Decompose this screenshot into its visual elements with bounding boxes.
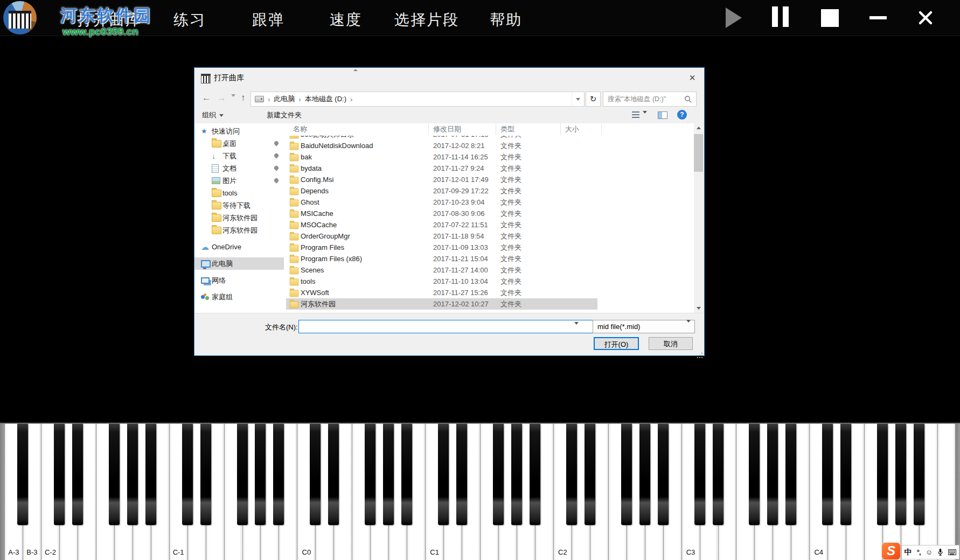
piano-black-key-38[interactable]: [713, 424, 724, 525]
column-header-修改日期[interactable]: 修改日期: [429, 123, 496, 135]
file-row[interactable]: Program Files2017-11-09 13:03文件夹: [286, 242, 597, 253]
piano-black-key-26[interactable]: [493, 424, 504, 525]
sidebar-item-tools[interactable]: tools: [194, 187, 284, 199]
file-row[interactable]: tools2017-11-10 13:04文件夹: [286, 276, 597, 287]
ime-language-toggle[interactable]: 中: [905, 548, 912, 557]
menu-item-6[interactable]: 帮助: [490, 10, 522, 30]
back-icon[interactable]: ←: [202, 92, 211, 104]
resize-grip[interactable]: [701, 353, 702, 354]
sidebar-item-快速访问[interactable]: 快速访问: [194, 125, 284, 137]
file-row[interactable]: Program Files (x86)2017-11-21 15:04文件夹: [286, 253, 597, 264]
filetype-select[interactable]: mid file(*.mid): [593, 320, 695, 333]
piano-black-key-2[interactable]: [54, 424, 65, 525]
address-dropdown-icon[interactable]: [572, 92, 584, 106]
column-header-大小[interactable]: 大小: [561, 123, 602, 135]
piano-black-key-35[interactable]: [658, 424, 669, 525]
piano-black-key-30[interactable]: [566, 424, 577, 525]
sidebar-item-家庭组[interactable]: 家庭组: [194, 291, 284, 303]
piano-black-key-37[interactable]: [694, 424, 705, 525]
filename-input[interactable]: [298, 320, 600, 333]
file-row[interactable]: bydata2017-11-27 9:24文件夹: [286, 163, 597, 174]
piano-black-key-24[interactable]: [456, 424, 467, 525]
forward-icon[interactable]: →: [217, 92, 226, 104]
dialog-close-icon[interactable]: ×: [685, 71, 700, 85]
dialog-title-bar[interactable]: 打开曲库 ×: [194, 68, 704, 88]
sidebar-item-河东软件园[interactable]: 河东软件园: [194, 212, 284, 224]
breadcrumb-segment-1[interactable]: 此电脑: [274, 94, 295, 104]
file-row[interactable]: BaiduNetdiskDownload2017-12-02 8:21文件夹: [286, 140, 597, 151]
breadcrumb-segment-2[interactable]: 本地磁盘 (D:): [305, 94, 346, 104]
organize-button[interactable]: 组织: [202, 110, 224, 120]
file-row[interactable]: MSICache2017-08-30 9:06文件夹: [286, 208, 597, 219]
file-row[interactable]: OrderGroupMgr2017-11-18 9:54文件夹: [286, 230, 597, 242]
piano-black-key-16[interactable]: [310, 424, 321, 525]
piano-black-key-9[interactable]: [182, 424, 193, 525]
scroll-down-icon[interactable]: [694, 304, 703, 313]
list-scrollbar[interactable]: [694, 123, 703, 313]
piano-black-key-20[interactable]: [383, 424, 394, 525]
search-icon[interactable]: [684, 95, 692, 103]
piano-black-key-17[interactable]: [328, 424, 339, 525]
open-button[interactable]: 打开(O): [594, 337, 639, 350]
scrollbar-thumb[interactable]: [694, 134, 703, 172]
menu-item-2[interactable]: 练习: [173, 10, 206, 30]
view-options-dropdown-icon[interactable]: [643, 114, 647, 122]
sidebar-item-图片[interactable]: 图片: [194, 174, 284, 187]
new-folder-button[interactable]: 新建文件夹: [267, 110, 302, 120]
piano-black-key-7[interactable]: [145, 424, 156, 525]
column-header-名称[interactable]: 名称: [286, 123, 429, 135]
piano-black-key-6[interactable]: [127, 424, 138, 525]
file-row[interactable]: 360驱动大师目录2017-07-31 17:15文件夹: [286, 136, 597, 140]
sidebar-item-OneDrive[interactable]: OneDrive: [194, 241, 284, 253]
preview-pane-icon[interactable]: [658, 111, 667, 119]
stop-button[interactable]: [817, 4, 843, 31]
menu-item-3[interactable]: 跟弹: [252, 10, 284, 30]
sidebar-item-桌面[interactable]: 桌面: [194, 137, 284, 150]
piano-black-key-13[interactable]: [255, 424, 266, 525]
refresh-icon[interactable]: ↻: [586, 92, 601, 107]
piano-black-key-41[interactable]: [767, 424, 778, 525]
ime-emoji-icon[interactable]: ☺: [926, 548, 933, 556]
piano-black-key-10[interactable]: [200, 424, 211, 525]
file-row[interactable]: bak2017-11-14 16:25文件夹: [286, 151, 597, 163]
piano-black-key-5[interactable]: [109, 424, 120, 525]
sidebar-item-河东软件园[interactable]: 河东软件园: [194, 224, 284, 236]
filename-dropdown-icon[interactable]: [574, 325, 579, 333]
ime-punctuation-toggle[interactable]: °,: [917, 548, 921, 556]
up-icon[interactable]: ↑: [241, 92, 246, 104]
column-header-类型[interactable]: 类型: [496, 123, 561, 135]
piano-black-key-27[interactable]: [511, 424, 522, 525]
piano-black-key-28[interactable]: [530, 424, 540, 525]
file-row[interactable]: MSOCache2017-07-22 11:51文件夹: [286, 219, 597, 230]
piano-black-key-40[interactable]: [749, 424, 760, 525]
piano-black-key-48[interactable]: [895, 424, 906, 525]
pause-button[interactable]: [767, 4, 793, 31]
piano-black-key-12[interactable]: [237, 424, 248, 525]
piano-white-key-51[interactable]: [937, 424, 956, 560]
menu-item-1[interactable]: 打开曲库: [77, 10, 142, 30]
piano-black-key-45[interactable]: [840, 424, 851, 525]
piano-black-key-47[interactable]: [877, 424, 888, 525]
list-view-icon[interactable]: [632, 111, 639, 118]
sogou-logo-icon[interactable]: S: [882, 543, 900, 559]
scroll-up-icon[interactable]: [694, 123, 703, 132]
ime-keyboard-icon[interactable]: [948, 549, 956, 555]
sidebar-item-等待下载[interactable]: 等待下载: [194, 199, 284, 212]
minimize-button[interactable]: [865, 4, 891, 31]
piano-black-key-14[interactable]: [273, 424, 284, 525]
piano-black-key-33[interactable]: [621, 424, 632, 525]
piano-black-key-49[interactable]: [914, 424, 924, 525]
sidebar-item-下载[interactable]: 下载: [194, 150, 284, 162]
address-bar[interactable]: ›此电脑›本地磁盘 (D:)›: [251, 92, 585, 107]
file-row[interactable]: Ghost2017-10-23 9:04文件夹: [286, 197, 597, 208]
piano-black-key-0[interactable]: [17, 424, 28, 525]
search-box[interactable]: 搜索"本地磁盘 (D:)": [603, 92, 697, 107]
file-row[interactable]: Depends2017-09-29 17:22文件夹: [286, 185, 597, 197]
sidebar-item-网络[interactable]: 网络: [194, 274, 284, 286]
piano-black-key-42[interactable]: [785, 424, 796, 525]
close-button[interactable]: [913, 4, 938, 31]
piano-black-key-3[interactable]: [72, 424, 83, 525]
menu-item-4[interactable]: 速度: [330, 10, 362, 30]
file-row[interactable]: Config.Msi2017-12-01 17:49文件夹: [286, 174, 597, 185]
file-row[interactable]: 河东软件园2017-12-02 10:27文件夹: [286, 298, 597, 310]
